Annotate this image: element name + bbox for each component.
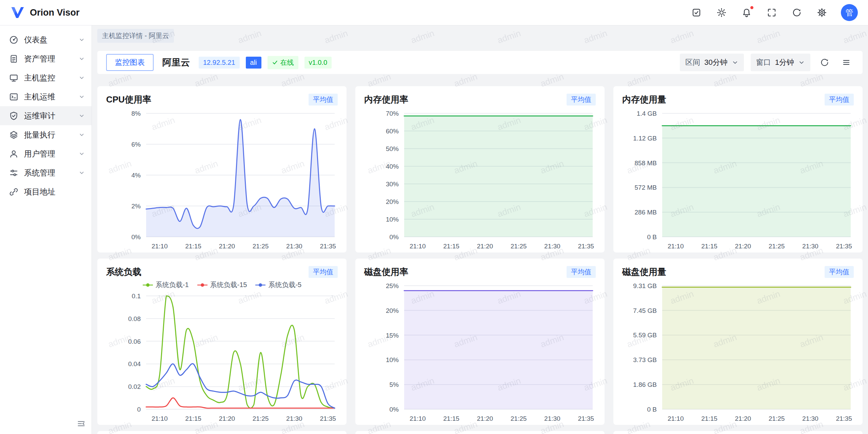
chevron-down-icon: [78, 55, 85, 62]
sidebar-item-label: 主机监控: [24, 73, 73, 83]
svg-text:21:20: 21:20: [735, 243, 751, 250]
svg-text:0 B: 0 B: [647, 233, 657, 241]
avatar[interactable]: 管: [841, 4, 858, 21]
sidebar-item-user-mgmt[interactable]: 用户管理: [0, 144, 92, 163]
sidebar-item-ops-audit[interactable]: 运维审计: [0, 106, 92, 125]
svg-text:21:25: 21:25: [769, 243, 785, 250]
app-title: Orion Visor: [30, 7, 80, 18]
status-text: 在线: [280, 58, 294, 67]
svg-text:858 MB: 858 MB: [635, 159, 657, 167]
chart-canvas: 0 B1.86 GB3.73 GB5.59 GB7.45 GB9.31 GB21…: [622, 280, 853, 424]
svg-text:15%: 15%: [386, 332, 399, 339]
fullscreen-icon[interactable]: [766, 6, 778, 19]
chart-canvas: 0 B286 MB572 MB858 MB1.12 GB1.4 GB21:102…: [622, 108, 853, 252]
range-select-label: 区间: [685, 57, 700, 68]
svg-text:25%: 25%: [386, 282, 399, 289]
host-name: 阿里云: [162, 56, 190, 69]
chart-list-icon[interactable]: [839, 55, 854, 70]
svg-text:10%: 10%: [386, 216, 399, 223]
svg-text:1.86 GB: 1.86 GB: [633, 381, 657, 388]
sidebar-item-label: 运维审计: [24, 111, 73, 121]
charts-row-3-partial: [97, 431, 863, 434]
chart-canvas: 0%5%10%15%20%25%21:1021:1521:2021:2521:3…: [364, 280, 595, 424]
svg-text:0.08: 0.08: [128, 315, 141, 322]
collapse-sidebar-icon[interactable]: [75, 417, 87, 430]
average-badge: 平均值: [567, 94, 596, 106]
app-shell: 仪表盘资产管理主机监控主机运维运维审计批量执行用户管理系统管理项目地址 主机监控…: [0, 25, 868, 434]
svg-text:0.02: 0.02: [128, 383, 141, 390]
legend-item[interactable]: 系统负载-15: [197, 280, 247, 289]
chart-card-partial: [355, 431, 605, 434]
svg-text:1.4 GB: 1.4 GB: [637, 110, 657, 117]
chart-card-partial: [97, 431, 347, 434]
refresh-charts-icon[interactable]: [817, 55, 832, 70]
link-icon: [9, 187, 19, 197]
status-badge: 在线: [268, 56, 298, 69]
chevron-down-icon: [732, 59, 738, 66]
todo-icon[interactable]: [690, 6, 703, 19]
sidebar-item-label: 主机运维: [24, 92, 73, 102]
refresh-icon[interactable]: [791, 6, 803, 19]
svg-text:60%: 60%: [386, 128, 399, 135]
svg-text:21:10: 21:10: [668, 243, 684, 250]
chart-plot: 0 B286 MB572 MB858 MB1.12 GB1.4 GB21:102…: [622, 108, 854, 252]
host-ops-icon: [9, 92, 19, 102]
range-select[interactable]: 区间 30分钟: [680, 54, 744, 71]
card-disk-usage-amount: 磁盘使用量平均值 0 B1.86 GB3.73 GB5.59 GB7.45 GB…: [613, 259, 863, 425]
toolbar-controls: 区间 30分钟 窗口 1分钟: [680, 54, 854, 71]
chart-plot: 系统负载-1系统负载-15系统负载-500.020.040.060.080.12…: [106, 280, 338, 424]
svg-text:1.12 GB: 1.12 GB: [633, 135, 657, 142]
svg-text:21:10: 21:10: [410, 243, 426, 250]
svg-text:8%: 8%: [132, 110, 141, 117]
theme-icon[interactable]: [715, 6, 728, 19]
window-select[interactable]: 窗口 1分钟: [751, 54, 810, 71]
svg-text:21:15: 21:15: [185, 243, 201, 250]
breadcrumb-item[interactable]: 主机监控详情 - 阿里云: [97, 29, 174, 43]
svg-text:21:10: 21:10: [152, 243, 168, 250]
sidebar-item-dashboard[interactable]: 仪表盘: [0, 30, 92, 49]
sidebar-item-batch-exec[interactable]: 批量执行: [0, 125, 92, 144]
chart-title: CPU使用率: [106, 94, 151, 106]
sidebar-nav: 仪表盘资产管理主机监控主机运维运维审计批量执行用户管理系统管理项目地址: [0, 30, 92, 201]
notification-icon[interactable]: [741, 6, 753, 19]
svg-text:21:30: 21:30: [802, 415, 818, 422]
svg-text:20%: 20%: [386, 307, 399, 314]
chevron-down-icon: [78, 74, 85, 81]
chevron-down-icon: [78, 131, 85, 138]
average-badge: 平均值: [567, 266, 596, 278]
svg-text:21:15: 21:15: [701, 415, 717, 422]
notification-badge-dot: [750, 5, 754, 10]
host-monitor-icon: [9, 73, 19, 83]
svg-text:40%: 40%: [386, 163, 399, 170]
sidebar-item-host-ops[interactable]: 主机运维: [0, 87, 92, 106]
svg-text:0.06: 0.06: [128, 338, 141, 345]
svg-text:21:20: 21:20: [735, 415, 751, 422]
average-badge: 平均值: [309, 266, 338, 278]
logo-icon: [10, 6, 25, 19]
legend-item[interactable]: 系统负载-1: [142, 280, 189, 289]
sidebar-item-system-mgmt[interactable]: 系统管理: [0, 163, 92, 182]
chevron-down-icon: [78, 150, 85, 157]
system-mgmt-icon: [9, 168, 19, 178]
app-logo[interactable]: Orion Visor: [10, 6, 80, 19]
chart-title: 内存使用量: [622, 94, 666, 106]
chart-canvas: 0%2%4%6%8%21:1021:1521:2021:2521:3021:35: [106, 108, 337, 252]
settings-icon[interactable]: [816, 6, 828, 19]
sidebar-item-host-monitor[interactable]: 主机监控: [0, 68, 92, 87]
monitor-chart-button[interactable]: 监控图表: [106, 54, 154, 71]
average-badge: 平均值: [825, 266, 854, 278]
svg-text:21:25: 21:25: [253, 243, 269, 250]
svg-text:7.45 GB: 7.45 GB: [633, 307, 657, 314]
svg-text:21:25: 21:25: [511, 243, 527, 250]
svg-text:21:30: 21:30: [544, 415, 560, 422]
main-content: 主机监控详情 - 阿里云 监控图表 阿里云 12.92.5.21 ali 在线 …: [92, 25, 868, 434]
svg-text:21:25: 21:25: [253, 415, 269, 422]
sidebar-item-project-link[interactable]: 项目地址: [0, 182, 92, 201]
chart-canvas: 00.020.040.060.080.121:1021:1521:2021:25…: [106, 280, 337, 424]
legend-item[interactable]: 系统负载-5: [255, 280, 301, 289]
svg-text:21:15: 21:15: [185, 415, 201, 422]
sidebar: 仪表盘资产管理主机监控主机运维运维审计批量执行用户管理系统管理项目地址: [0, 25, 92, 434]
chart-title: 磁盘使用量: [622, 266, 666, 278]
card-disk-usage-rate: 磁盘使用率平均值 0%5%10%15%20%25%21:1021:1521:20…: [355, 259, 605, 425]
sidebar-item-assets[interactable]: 资产管理: [0, 49, 92, 68]
